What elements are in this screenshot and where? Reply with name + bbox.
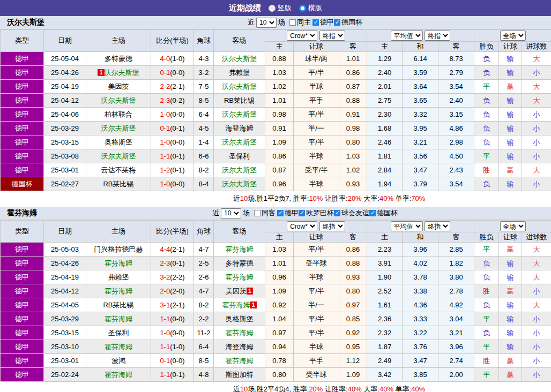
same-venue-checkbox[interactable] [289,19,296,26]
result-outcome: 负 [474,257,499,270]
team-label: 霍芬海姆 [105,343,132,351]
half-time-score: (2-1) [170,245,184,253]
bookmaker-select[interactable]: Crow* [287,221,317,231]
avg-time-select[interactable]: 终指 [425,31,450,41]
home-team: 沃尔夫斯堡 [86,149,151,163]
subcol-odds-handicap: 让球 [294,42,339,52]
corner-score: 6-4 [194,108,214,122]
average-select[interactable]: 平均值 [391,221,423,231]
odds-away: 0.95 [339,340,367,354]
odds-away: 0.92 [339,326,367,340]
match-score: 3-2(2-2) [151,270,194,284]
subcol-result-outcome: 胜负 [474,42,499,52]
league-filter[interactable]: 欧罗巴杯 [299,208,334,218]
league-checkbox[interactable] [299,210,305,216]
full-time-score: 2-3 [160,259,170,267]
team-label: 沃尔夫斯堡 [222,138,257,146]
match-date: 25-04-05 [44,298,86,312]
avg-draw: 3.65 [403,94,438,108]
half-time-score: (0-0) [170,138,184,146]
league-filter[interactable]: 德国杯 [334,18,362,27]
match-score: 2-3(0-2) [151,94,194,108]
result-goals: 小 [522,108,551,122]
league-checkbox[interactable] [334,19,340,26]
games-label: 场 [278,18,285,27]
match-competition: 德甲 [1,368,44,382]
league-checkbox[interactable] [312,19,319,26]
team-label: 霍芬海姆 [105,287,132,295]
half-time-score: (2-0) [170,287,184,295]
match-row: 德甲25-03-29沃尔夫斯堡0-1(0-1)4-5海登海姆0.91半/一0.9… [1,122,551,135]
avg-draw: 3.22 [403,326,438,340]
avg-home: 3.91 [367,257,403,270]
full-match-select[interactable]: 全场 [500,31,526,41]
subcol-odds-away: 客 [339,42,367,52]
avg-home: 1.68 [367,122,403,135]
home-team: 弗赖堡 [86,270,151,284]
odds-handicap: 受平/半 [294,163,339,177]
away-team: 美因茨1 [214,284,265,298]
league-checkbox[interactable] [369,210,376,216]
bookmaker-select[interactable]: Crow* [287,31,317,41]
league-filter[interactable]: 德甲 [277,208,299,218]
match-date: 25-02-24 [44,368,86,382]
avg-draw: 6.14 [403,52,438,66]
match-date: 25-04-26 [44,66,86,80]
match-competition: 德甲 [1,108,44,122]
full-match-select[interactable]: 全场 [500,221,526,231]
avg-time-select[interactable]: 终指 [425,221,450,231]
same-venue-filter[interactable]: 同主 [289,18,311,27]
odds-away: 0.85 [339,312,367,326]
match-date: 25-03-29 [44,122,86,135]
half-time-score: (2-1) [170,301,184,309]
odds-time-select[interactable]: 终指 [319,31,345,41]
radio-unselected-icon [299,5,306,12]
league-checkbox[interactable] [277,210,284,216]
match-row: 德甲25-04-05RB莱比锡3-1(2-1)8-2霍芬海姆10.92半/一0.… [1,298,551,312]
half-time-score: (0-0) [170,180,184,188]
col-type: 类型 [1,221,44,243]
avg-away: 8.73 [438,52,474,66]
match-competition: 德甲 [1,149,44,163]
corner-score: 4-7 [194,243,214,257]
summary-value: 40% [379,194,393,202]
radio-vertical[interactable]: 竖版 [269,3,292,13]
average-select[interactable]: 平均值 [391,31,423,41]
match-row: 德甲25-04-19美因茨2-2(2-1)7-5沃尔夫斯堡1.02半球0.872… [1,80,551,94]
results-body: 德甲25-05-04多特蒙德4-0(1-0)4-3沃尔夫斯堡0.88球半/两1.… [1,52,551,191]
result-outcome: 平 [474,243,499,257]
team-label: 弗赖堡 [229,69,250,77]
avg-home: 3.42 [367,368,403,382]
odds-handicap: 半球 [294,177,339,191]
avg-home: 2.23 [367,243,403,257]
away-team: 霍芬海姆 [214,243,265,257]
avg-home: 2.75 [367,94,403,108]
subcol-result-goals: 进球数 [522,42,551,52]
odds-away: 0.86 [339,66,367,80]
odds-away: 0.80 [339,284,367,298]
odds-away: 0.88 [339,94,367,108]
odds-home: 0.88 [265,52,294,66]
team-label: 沃尔夫斯堡 [105,69,139,77]
match-count-select[interactable]: 10 [256,18,277,28]
match-count-select[interactable]: 10 [221,208,241,218]
match-row: 德甲25-04-06柏林联合1-0(0-0)6-4沃尔夫斯堡0.98平/半0.9… [1,108,551,122]
league-label: 欧罗巴杯 [306,208,334,218]
red-card-badge: 1 [98,69,104,76]
team-label: 沃尔夫斯堡 [222,180,257,188]
league-filter[interactable]: 德甲 [312,18,334,27]
red-card-badge: 1 [250,301,256,308]
same-venue-filter[interactable]: 同客 [254,208,276,218]
same-venue-checkbox[interactable] [254,210,260,216]
result-outcome: 负 [474,94,499,108]
match-score: 0-1(0-1) [151,122,194,135]
odds-home: 1.04 [265,312,294,326]
radio-horizontal[interactable]: 横版 [299,3,322,13]
league-checkbox[interactable] [334,210,340,216]
odds-time-select[interactable]: 终指 [319,221,345,231]
result-outcome: 胜 [474,163,499,177]
league-filter[interactable]: 德国杯 [369,208,398,218]
result-goals: 小 [522,135,551,149]
league-filter[interactable]: 球会友谊 [334,208,369,218]
match-row: 德甲25-04-26霍芬海姆2-3(0-1)2-5多特蒙德1.01受半球0.88… [1,257,551,270]
